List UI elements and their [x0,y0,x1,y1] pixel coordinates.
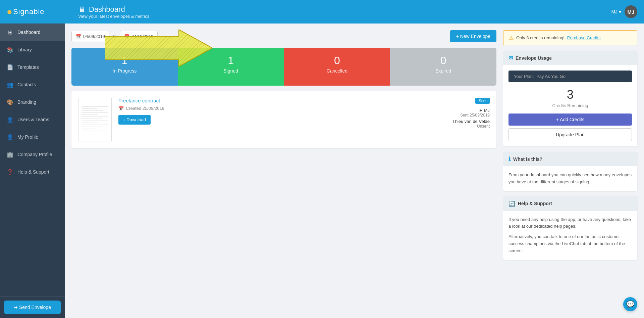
right-panel: ⚠ Only 3 credits remaining! Purchase Cre… [503,24,644,318]
doc-line [82,123,98,123]
credits-count: 3 [508,88,632,102]
stat-number-signed: 1 [184,54,277,67]
envelope-right: Sent ➤ MJ Sent 25/09/2019 Thieu van de V… [452,98,490,141]
alert-icon: ⚠ [509,35,514,41]
what-is-this-text: From your dashboard you can quickly see … [508,172,632,186]
envelope-usage-card: ✉ Envelope Usage Your Plan: Pay As You G… [503,51,637,146]
plan-name: Pay As You Go [536,74,566,79]
calendar-icon: 📅 [118,106,124,111]
help-text-2: Alternatively, you can talk to one of ou… [508,233,632,254]
chat-icon: 💬 [626,300,635,308]
stat-label-in-progress: In Progress [78,68,171,74]
sidebar-label-library: Library [17,47,32,52]
help-support-icon: ❓ [7,169,13,175]
stat-label-expired: Expired [397,68,490,74]
sidebar-item-my-profile[interactable]: 👤 My Profile [0,128,65,146]
stat-card-cancelled[interactable]: 0 Cancelled [284,48,390,86]
envelope-card: Freelance contract 📅 Created 25/09/2019 … [71,91,496,148]
stat-card-expired[interactable]: 0 Expired [390,48,496,86]
sidebar-nav: ⊞ Dashboard 📚 Library 📄 Templates 👥 Cont… [0,24,65,296]
doc-line [82,127,103,127]
help-support-section-icon: 🔄 [508,200,515,207]
sidebar-item-contacts[interactable]: 👥 Contacts [0,76,65,93]
help-support-title: Help & Support [518,201,552,206]
what-is-this-card: ℹ What is this? From your dashboard you … [503,152,637,191]
stat-label-cancelled: Cancelled [291,68,384,74]
sent-by-icon: ➤ [479,108,483,113]
logo-area: ● Signable [7,6,71,17]
doc-line [82,115,98,115]
stat-number-expired: 0 [397,54,490,67]
date-to-value: 04/10/2019 [131,34,153,39]
stat-indicator-in-progress [121,76,128,79]
sidebar-item-templates[interactable]: 📄 Templates [0,58,65,76]
credits-label: Credits Remaining [508,103,632,108]
sidebar-item-branding[interactable]: 🎨 Branding [0,93,65,111]
upgrade-plan-button[interactable]: Upgrade Plan [508,128,632,141]
alert-text: Only 3 credits remaining! [516,35,565,40]
envelope-created-text: Created 25/09/2019 [126,106,164,111]
recipient-status: Unsent [452,124,490,129]
sidebar-item-help-support[interactable]: ❓ Help & Support [0,163,65,181]
doc-line [82,131,108,131]
alert-box: ⚠ Only 3 credits remaining! Purchase Cre… [503,30,637,45]
stat-card-signed[interactable]: 1 Signed [178,48,284,86]
envelope-created: 📅 Created 25/09/2019 [118,106,446,111]
envelope-usage-icon: ✉ [508,55,513,61]
doc-line [82,110,103,111]
content-area: 📅 04/09/2019 to 📅 04/10/2019 + New Envel… [65,24,503,318]
user-name-dropdown[interactable]: MJ ▾ [611,9,621,14]
doc-line [82,129,98,129]
envelope-preview [78,98,112,141]
help-text-1: If you need any help using the app, or h… [508,216,632,230]
doc-preview-lines [82,106,108,133]
help-support-card: 🔄 Help & Support If you need any help us… [503,196,637,260]
sidebar-item-company-profile[interactable]: 🏢 Company Profile [0,146,65,163]
doc-line [82,108,98,109]
stat-card-in-progress[interactable]: 1 In Progress [71,48,178,86]
envelope-title[interactable]: Freelance contract [118,98,160,103]
purchase-credits-link[interactable]: Purchase Credits [567,35,601,40]
chat-bubble[interactable]: 💬 [623,297,637,311]
download-button[interactable]: ↓ Download [118,115,151,125]
envelope-usage-body: Your Plan: Pay As You Go 3 Credits Remai… [503,65,637,146]
sidebar-label-dashboard: Dashboard [17,30,41,35]
dashboard-nav-icon: ⊞ [7,29,13,36]
stats-row: 1 In Progress 1 Signed 0 Cancelled 0 Exp… [71,48,496,86]
avatar[interactable]: MJ [625,5,637,18]
logo-text: Signable [13,7,45,16]
sidebar-bottom: ➜ Send Envelope [0,296,65,318]
doc-line [82,119,103,119]
main-wrapper: 📅 04/09/2019 to 📅 04/10/2019 + New Envel… [65,24,644,318]
calendar-from-icon: 📅 [76,34,81,39]
add-credits-button[interactable]: + Add Credits [508,113,632,126]
what-is-this-title: What is this? [513,156,542,162]
sidebar-item-library[interactable]: 📚 Library [0,41,65,58]
recipient-name: Thieu van de Velde [452,119,490,124]
date-from-input[interactable]: 📅 04/09/2019 [71,31,109,42]
doc-line [82,125,108,125]
templates-icon: 📄 [7,64,13,71]
stat-label-signed: Signed [184,68,277,74]
date-to-input[interactable]: 📅 04/10/2019 [120,31,158,42]
date-to-label: to [113,34,116,39]
app-body: ⊞ Dashboard 📚 Library 📄 Templates 👥 Cont… [0,24,644,318]
dashboard-icon: 🖥 [78,5,86,14]
send-envelope-button[interactable]: ➜ Send Envelope [4,301,61,314]
sidebar-item-dashboard[interactable]: ⊞ Dashboard [0,24,65,41]
doc-line [82,106,108,107]
new-envelope-button[interactable]: + New Envelope [450,30,496,42]
envelope-usage-header: ✉ Envelope Usage [503,51,637,65]
sidebar-label-users-teams: Users & Teams [17,117,49,122]
branding-icon: 🎨 [7,99,13,105]
help-support-header: 🔄 Help & Support [503,196,637,211]
sidebar-label-company-profile: Company Profile [17,152,52,157]
header-title-area: 🖥 Dashboard View your latest envelopes &… [71,5,611,19]
help-support-body: If you need any help using the app, or h… [503,211,637,260]
contacts-icon: 👥 [7,81,13,88]
library-icon: 📚 [7,46,13,53]
sidebar-item-users-teams[interactable]: 👤 Users & Teams [0,111,65,128]
stat-number-in-progress: 1 [78,54,171,67]
filter-row: 📅 04/09/2019 to 📅 04/10/2019 + New Envel… [71,30,496,42]
sidebar-label-my-profile: My Profile [17,134,38,140]
